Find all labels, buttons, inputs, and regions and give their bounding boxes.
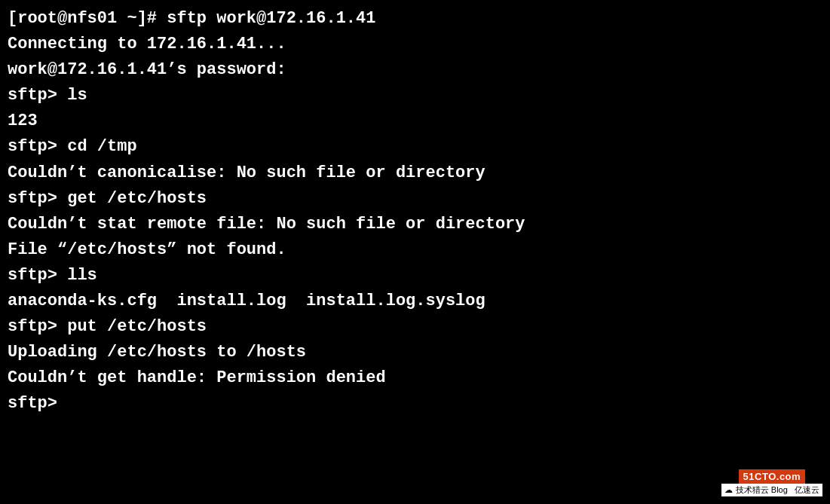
watermark: 51CTO.com ☁ 技术猎云 Blog 亿速云 xyxy=(721,469,822,496)
terminal-line-10: sftp> lls xyxy=(8,263,822,289)
watermark-bottom-text: 技术猎云 Blog 亿速云 xyxy=(736,484,819,496)
terminal-line-14: Couldn’t get handle: Permission denied xyxy=(8,365,822,391)
watermark-bottom: ☁ 技术猎云 Blog 亿速云 xyxy=(721,484,822,496)
terminal-line-11: anaconda-ks.cfg install.log install.log.… xyxy=(8,289,822,314)
terminal-line-2: work@172.16.1.41’s password: xyxy=(8,57,822,83)
terminal-line-1: Connecting to 172.16.1.41... xyxy=(8,32,822,57)
terminal-line-15: sftp> xyxy=(8,391,822,417)
terminal-line-12: sftp> put /etc/hosts xyxy=(8,314,822,340)
cloud-icon: ☁ xyxy=(724,485,733,495)
terminal-line-0: [root@nfs01 ~]# sftp work@172.16.1.41 xyxy=(8,6,822,32)
terminal-window: [root@nfs01 ~]# sftp work@172.16.1.41Con… xyxy=(0,0,830,504)
terminal-line-4: 123 xyxy=(8,108,822,134)
terminal-line-9: File “/etc/hosts” not found. xyxy=(8,237,822,263)
terminal-line-13: Uploading /etc/hosts to /hosts xyxy=(8,340,822,365)
watermark-top: 51CTO.com xyxy=(739,469,806,484)
terminal-line-6: Couldn’t canonicalise: No such file or d… xyxy=(8,160,822,186)
terminal-line-5: sftp> cd /tmp xyxy=(8,134,822,160)
terminal-line-8: Couldn’t stat remote file: No such file … xyxy=(8,212,822,237)
terminal-line-7: sftp> get /etc/hosts xyxy=(8,186,822,212)
terminal-line-3: sftp> ls xyxy=(8,83,822,108)
terminal-output: [root@nfs01 ~]# sftp work@172.16.1.41Con… xyxy=(8,6,822,417)
